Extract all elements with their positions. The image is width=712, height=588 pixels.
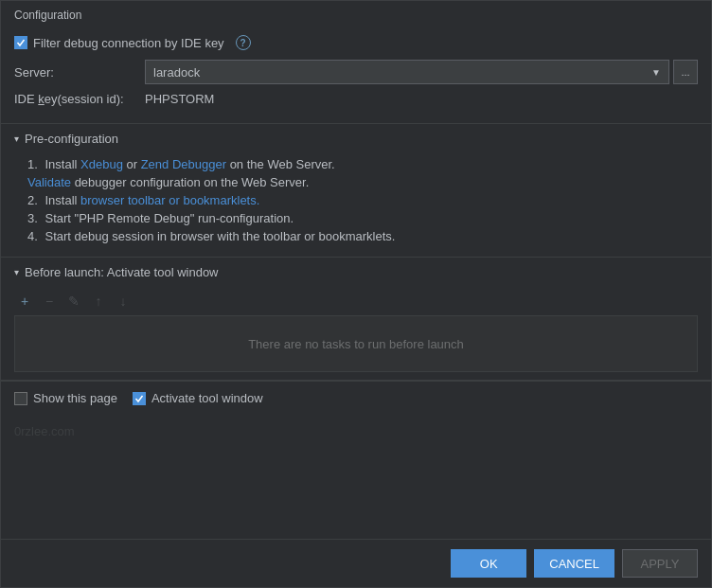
remove-task-button[interactable]: − <box>39 291 60 312</box>
server-label: Server: <box>14 65 137 80</box>
activate-window-checkbox[interactable] <box>133 392 146 405</box>
list-item: Validate debugger configuration on the W… <box>24 175 692 189</box>
xdebug-link[interactable]: Xdebug <box>80 157 123 171</box>
ide-key-value: PHPSTORM <box>145 92 214 106</box>
pre-config-arrow-icon: ▾ <box>14 134 19 144</box>
pre-config-title: Pre-configuration <box>25 132 118 146</box>
filter-debug-checkbox[interactable] <box>14 36 27 49</box>
before-launch-title: Before launch: Activate tool window <box>25 265 219 279</box>
before-launch-arrow-icon: ▾ <box>14 267 19 277</box>
ide-key-row: IDE key(session id): PHPSTORM <box>14 92 698 106</box>
server-select-wrapper: laradock ▼ ... <box>145 60 698 84</box>
list-item: 4. Start debug session in browser with t… <box>24 229 692 243</box>
dialog-footer: OK CANCEL APPLY <box>1 539 711 587</box>
pre-config-section: ▾ Pre-configuration 1. Install Xdebug or… <box>1 124 711 258</box>
watermark: 0rzlee.com <box>1 415 711 539</box>
ok-button[interactable]: OK <box>451 549 526 578</box>
list-item: 2. Install browser toolbar or bookmarkle… <box>24 193 692 207</box>
server-row: Server: laradock ▼ ... <box>14 60 698 84</box>
launch-toolbar: + − ✎ ↑ ↓ <box>1 287 711 315</box>
server-value: laradock <box>153 65 200 80</box>
configuration-dialog: Configuration Filter debug connection by… <box>0 0 712 588</box>
section-title: Configuration <box>1 1 711 26</box>
server-select[interactable]: laradock ▼ <box>145 60 669 84</box>
select-arrow-icon: ▼ <box>651 67 661 78</box>
show-page-label: Show this page <box>33 391 117 405</box>
bottom-checkboxes: Show this page Activate tool window <box>1 381 711 415</box>
empty-tasks-area: There are no tasks to run before launch <box>14 315 698 372</box>
before-launch-header[interactable]: ▾ Before launch: Activate tool window <box>1 258 711 287</box>
list-item: 1. Install Xdebug or Zend Debugger on th… <box>24 157 692 171</box>
config-section: Filter debug connection by IDE key ? Ser… <box>1 26 711 124</box>
pre-config-content: 1. Install Xdebug or Zend Debugger on th… <box>1 153 711 257</box>
help-icon[interactable]: ? <box>236 35 251 50</box>
empty-tasks-text: There are no tasks to run before launch <box>248 337 464 351</box>
server-ellipsis-button[interactable]: ... <box>673 60 698 84</box>
move-down-button[interactable]: ↓ <box>113 291 134 312</box>
activate-window-label: Activate tool window <box>151 391 263 405</box>
apply-button[interactable]: APPLY <box>622 549 698 578</box>
show-page-checkbox[interactable] <box>14 392 27 405</box>
add-task-button[interactable]: + <box>14 291 35 312</box>
move-up-button[interactable]: ↑ <box>88 291 109 312</box>
ide-key-label: IDE key(session id): <box>14 92 137 106</box>
edit-task-button[interactable]: ✎ <box>63 291 84 312</box>
pre-config-list: 1. Install Xdebug or Zend Debugger on th… <box>24 157 692 243</box>
filter-debug-row: Filter debug connection by IDE key ? <box>14 35 698 50</box>
activate-window-group: Activate tool window <box>133 391 263 405</box>
filter-debug-label: Filter debug connection by IDE key <box>33 36 224 50</box>
before-launch-section: ▾ Before launch: Activate tool window + … <box>1 258 711 381</box>
validate-link[interactable]: Validate <box>27 175 71 189</box>
browser-toolbar-link[interactable]: browser toolbar or bookmarklets. <box>80 193 259 207</box>
cancel-button[interactable]: CANCEL <box>534 549 614 578</box>
pre-config-header[interactable]: ▾ Pre-configuration <box>1 124 711 153</box>
zend-debugger-link[interactable]: Zend Debugger <box>141 157 226 171</box>
list-item: 3. Start "PHP Remote Debug" run-configur… <box>24 211 692 225</box>
show-page-group: Show this page <box>14 391 117 405</box>
